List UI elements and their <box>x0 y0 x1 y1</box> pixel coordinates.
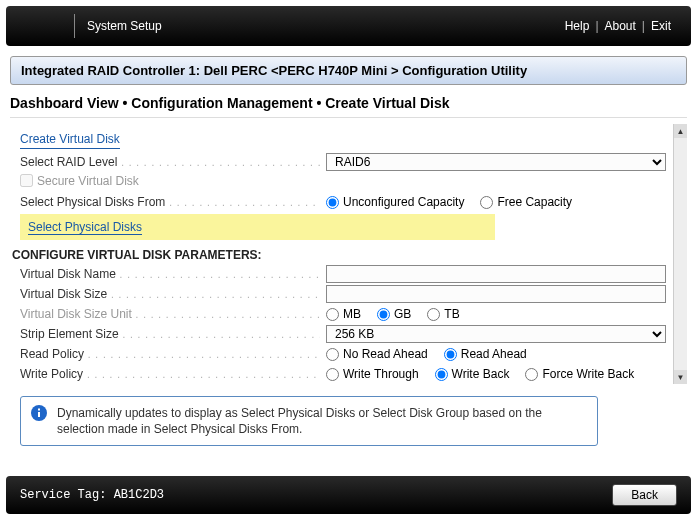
strip-size-label: Strip Element Size <box>20 327 320 341</box>
about-link[interactable]: About <box>605 19 636 33</box>
create-virtual-disk-link[interactable]: Create Virtual Disk <box>20 130 120 149</box>
service-tag-value: AB1C2D3 <box>114 488 164 502</box>
separator: | <box>640 19 647 33</box>
vd-size-unit-label: Virtual Disk Size Unit <box>20 307 320 321</box>
write-through-radio[interactable]: Write Through <box>326 367 419 381</box>
strip-size-select[interactable]: 256 KB <box>326 325 666 343</box>
unit-gb-radio[interactable]: GB <box>377 307 411 321</box>
app-title: System Setup <box>87 19 162 33</box>
read-policy-label: Read Policy <box>20 347 320 361</box>
scroll-up-arrow[interactable]: ▲ <box>674 124 687 138</box>
info-text: Dynamically updates to display as Select… <box>57 405 587 437</box>
info-icon <box>31 405 47 421</box>
top-bar: System Setup Help | About | Exit <box>6 6 691 46</box>
exit-link[interactable]: Exit <box>651 19 671 33</box>
separator: | <box>593 19 600 33</box>
vd-size-input[interactable] <box>326 285 666 303</box>
secure-virtual-disk-checkbox: Secure Virtual Disk <box>20 174 139 188</box>
write-policy-label: Write Policy <box>20 367 320 381</box>
scrollbar[interactable]: ▲ ▼ <box>673 124 687 384</box>
raid-level-select[interactable]: RAID6 <box>326 153 666 171</box>
force-write-back-radio[interactable]: Force Write Back <box>525 367 634 381</box>
no-read-ahead-radio[interactable]: No Read Ahead <box>326 347 428 361</box>
page-title: Integrated RAID Controller 1: Dell PERC … <box>10 56 687 85</box>
back-button[interactable]: Back <box>612 484 677 506</box>
write-back-radio[interactable]: Write Back <box>435 367 510 381</box>
vd-name-input[interactable] <box>326 265 666 283</box>
bottom-bar: Service Tag: AB1C2D3 Back <box>6 476 691 514</box>
secure-vd-label: Secure Virtual Disk <box>37 174 139 188</box>
breadcrumb: Dashboard View • Configuration Managemen… <box>10 85 687 118</box>
read-ahead-radio[interactable]: Read Ahead <box>444 347 527 361</box>
raid-level-label: Select RAID Level <box>20 155 320 169</box>
svg-rect-2 <box>38 409 40 411</box>
secure-vd-input <box>20 174 33 187</box>
form-area: Create Virtual Disk Select RAID Level RA… <box>10 124 687 384</box>
topbar-divider <box>74 14 75 38</box>
select-phys-from-label: Select Physical Disks From <box>20 195 320 209</box>
info-box: Dynamically updates to display as Select… <box>20 396 598 446</box>
select-physical-disks-row[interactable]: Select Physical Disks <box>20 214 495 240</box>
select-physical-disks-link[interactable]: Select Physical Disks <box>28 220 142 235</box>
unit-tb-radio[interactable]: TB <box>427 307 459 321</box>
unconfigured-capacity-radio[interactable]: Unconfigured Capacity <box>326 195 464 209</box>
vd-size-label: Virtual Disk Size <box>20 287 320 301</box>
help-link[interactable]: Help <box>565 19 590 33</box>
free-capacity-radio[interactable]: Free Capacity <box>480 195 572 209</box>
scroll-thumb[interactable] <box>676 140 686 200</box>
service-tag-label: Service Tag: <box>20 488 106 502</box>
vd-name-label: Virtual Disk Name <box>20 267 320 281</box>
unit-mb-radio[interactable]: MB <box>326 307 361 321</box>
svg-rect-1 <box>38 412 40 417</box>
configure-vd-params-header: CONFIGURE VIRTUAL DISK PARAMETERS: <box>12 248 669 262</box>
scroll-down-arrow[interactable]: ▼ <box>674 370 687 384</box>
